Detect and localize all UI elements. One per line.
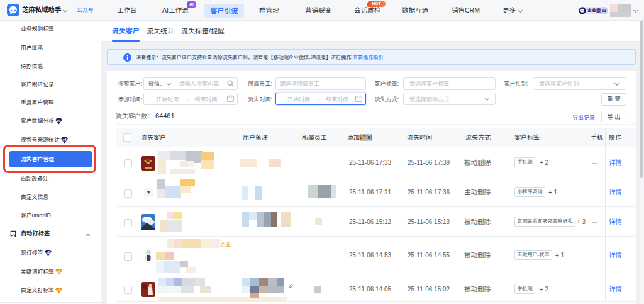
svg-text:v2: v2	[57, 288, 61, 291]
svg-text:v2: v2	[57, 269, 61, 273]
svg-text:v3: v3	[57, 119, 61, 123]
svg-text:v3: v3	[63, 138, 67, 142]
svg-text:v2: v2	[47, 251, 50, 254]
